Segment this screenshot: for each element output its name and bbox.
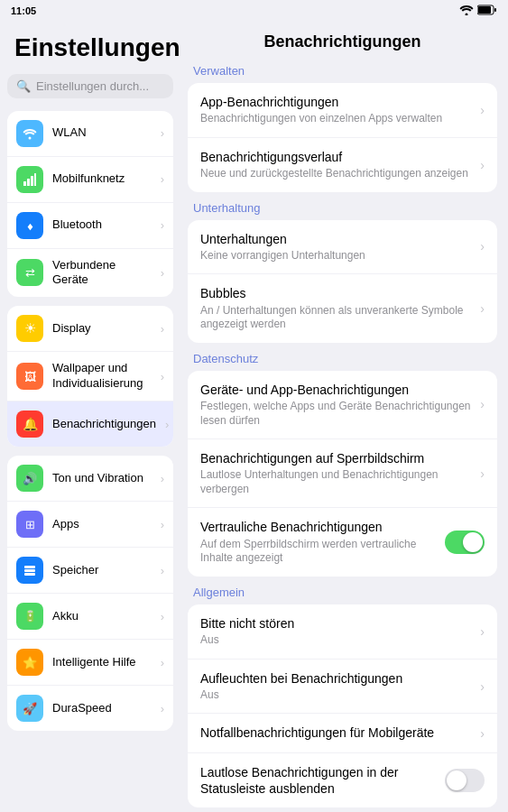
sidebar-item-apps-label: Apps	[52, 517, 152, 532]
card-item-bubbles[interactable]: Bubbles An / Unterhaltungen können als u…	[188, 274, 497, 342]
sidebar-item-wallpaper[interactable]: 🖼 Wallpaper und Individualisierung ›	[7, 352, 173, 401]
wlan-chevron: ›	[161, 126, 164, 140]
card-item-app-benachrichtigungen[interactable]: App-Benachrichtigungen Benachrichtigunge…	[188, 83, 497, 138]
bluetooth-icon: ⬧	[16, 212, 43, 239]
sidebar-item-verbundene[interactable]: ⇄ Verbundene Geräte ›	[7, 249, 173, 298]
sidebar-item-ton-label: Ton und Vibration	[52, 471, 152, 486]
status-icons	[459, 5, 497, 17]
speicher-chevron: ›	[161, 564, 164, 577]
lautlose-toggle[interactable]	[445, 769, 485, 792]
svg-rect-11	[24, 573, 35, 576]
sidebar-title: Einstellungen	[7, 32, 173, 74]
duraspeed-chevron: ›	[161, 702, 164, 715]
sidebar-item-wlan[interactable]: WLAN ›	[7, 111, 173, 157]
sidebar-item-benachrichtigungen[interactable]: 🔔 Benachrichtigungen ›	[7, 401, 173, 447]
card-item-verlauf[interactable]: Benachrichtigungsverlauf Neue und zurück…	[188, 138, 497, 192]
sidebar-item-speicher-label: Speicher	[52, 563, 152, 578]
card-item-geraete[interactable]: Geräte- und App-Benachrichtigungen Festl…	[188, 371, 497, 439]
content-title: Benachrichtigungen	[188, 32, 497, 51]
card-item-unterhaltungen-title: Unterhaltungen	[200, 231, 473, 247]
card-item-verlauf-text: Benachrichtigungsverlauf Neue und zurück…	[200, 149, 473, 181]
content-area: Benachrichtigungen Verwalten App-Benachr…	[180, 22, 508, 812]
apps-icon: ⊞	[16, 511, 43, 538]
search-bar[interactable]: 🔍 Einstellungen durch...	[7, 74, 173, 98]
sidebar-item-duraspeed-label: DuraSpeed	[52, 701, 152, 716]
sidebar-group-2: ☀ Display › 🖼 Wallpaper und Individualis…	[7, 306, 173, 447]
card-item-bitte[interactable]: Bitte nicht stören Aus ›	[188, 604, 497, 660]
benachrichtigungen-icon: 🔔	[16, 411, 43, 438]
sperrbildschirm-chevron: ›	[480, 466, 485, 481]
card-item-geraete-subtitle: Festlegen, welche Apps und Geräte Benach…	[200, 400, 473, 428]
unterhaltungen-chevron: ›	[480, 239, 485, 254]
sidebar-item-ton[interactable]: 🔊 Ton und Vibration ›	[7, 456, 173, 502]
sidebar-item-apps[interactable]: ⊞ Apps ›	[7, 502, 173, 548]
sidebar-item-bluetooth-label: Bluetooth	[52, 217, 152, 233]
card-unterhaltung: Unterhaltungen Keine vorrangigen Unterha…	[188, 220, 497, 343]
ton-chevron: ›	[161, 472, 164, 485]
sidebar-item-mobilfunknetz[interactable]: Mobilfunknetz ›	[7, 157, 173, 203]
svg-rect-2	[478, 6, 491, 14]
card-item-verlauf-title: Benachrichtigungsverlauf	[200, 149, 473, 165]
svg-rect-3	[494, 8, 496, 12]
card-item-bubbles-text: Bubbles An / Unterhaltungen können als u…	[200, 285, 473, 331]
card-item-vertraulich-subtitle: Auf dem Sperrbildschirm werden vertrauli…	[200, 538, 438, 566]
card-item-sperrbildschirm-subtitle: Lautlose Unterhaltungen und Benachrichti…	[200, 468, 473, 496]
card-item-bubbles-subtitle: An / Unterhaltungen können als unveranke…	[200, 304, 473, 332]
sidebar-item-display-label: Display	[52, 321, 152, 337]
card-item-aufleuchten[interactable]: Aufleuchten bei Benachrichtigungen Aus ›	[188, 660, 497, 715]
sidebar-item-duraspeed[interactable]: 🚀 DuraSpeed ›	[7, 686, 173, 731]
duraspeed-icon: 🚀	[16, 695, 43, 722]
bitte-chevron: ›	[480, 624, 485, 639]
sidebar-item-speicher[interactable]: Speicher ›	[7, 548, 173, 594]
card-item-app-text: App-Benachrichtigungen Benachrichtigunge…	[200, 94, 473, 126]
card-item-app-subtitle: Benachrichtigungen von einzelnen Apps ve…	[200, 112, 473, 126]
wifi-status-icon	[459, 5, 474, 17]
sidebar-item-bluetooth[interactable]: ⬧ Bluetooth ›	[7, 203, 173, 249]
card-item-notfall[interactable]: Notfallbenachrichtigungen für Mobilgerät…	[188, 714, 497, 752]
card-item-vertraulich[interactable]: Vertrauliche Benachrichtigungen Auf dem …	[188, 508, 497, 576]
card-item-vertraulich-text: Vertrauliche Benachrichtigungen Auf dem …	[200, 519, 438, 565]
sidebar-item-intelligente-label: Intelligente Hilfe	[52, 655, 152, 670]
battery-status-icon	[477, 5, 497, 17]
sidebar-item-mobilfunknetz-label: Mobilfunknetz	[52, 171, 152, 187]
card-item-sperrbildschirm[interactable]: Benachrichtigungen auf Sperrbildschirm L…	[188, 439, 497, 508]
card-item-sperrbildschirm-title: Benachrichtigungen auf Sperrbildschirm	[200, 450, 473, 466]
sidebar-group-1: WLAN › Mobilfunknetz › ⬧	[7, 111, 173, 298]
svg-rect-10	[24, 569, 35, 572]
speicher-icon	[16, 557, 43, 584]
card-datenschutz: Geräte- und App-Benachrichtigungen Festl…	[188, 371, 497, 577]
intelligente-chevron: ›	[161, 656, 164, 669]
sidebar-item-akku[interactable]: 🔋 Akku ›	[7, 594, 173, 640]
card-item-aufleuchten-title: Aufleuchten bei Benachrichtigungen	[200, 670, 473, 687]
card-item-lautlose[interactable]: Lautlose Benachrichtigungen in der Statu…	[188, 753, 497, 807]
card-item-geraete-title: Geräte- und App-Benachrichtigungen	[200, 382, 473, 398]
card-item-vertraulich-title: Vertrauliche Benachrichtigungen	[200, 519, 438, 535]
status-time: 11:05	[11, 5, 36, 16]
card-item-sperrbildschirm-text: Benachrichtigungen auf Sperrbildschirm L…	[200, 450, 473, 496]
sidebar-item-verbundene-label: Verbundene Geräte	[52, 258, 152, 289]
svg-point-0	[466, 14, 468, 16]
card-item-unterhaltungen[interactable]: Unterhaltungen Keine vorrangigen Unterha…	[188, 220, 497, 275]
geraete-chevron: ›	[480, 397, 485, 411]
wallpaper-icon: 🖼	[16, 363, 43, 390]
card-item-geraete-text: Geräte- und App-Benachrichtigungen Festl…	[200, 382, 473, 428]
sidebar-item-display[interactable]: ☀ Display ›	[7, 306, 173, 352]
verbundene-icon: ⇄	[16, 259, 43, 286]
app-benachrichtigungen-chevron: ›	[480, 103, 485, 117]
vertraulich-toggle[interactable]	[445, 531, 485, 554]
sidebar-item-intelligente[interactable]: ⭐ Intelligente Hilfe ›	[7, 640, 173, 686]
akku-icon: 🔋	[16, 603, 43, 630]
bluetooth-chevron: ›	[161, 218, 164, 232]
card-item-bitte-text: Bitte nicht stören Aus	[200, 615, 473, 648]
card-item-bitte-title: Bitte nicht stören	[200, 615, 473, 632]
sidebar-item-wallpaper-label: Wallpaper und Individualisierung	[52, 361, 152, 392]
wallpaper-chevron: ›	[161, 370, 164, 383]
benachrichtigungen-chevron: ›	[165, 418, 169, 431]
svg-rect-9	[24, 566, 35, 568]
card-item-lautlose-title: Lautlose Benachrichtigungen in der Statu…	[200, 764, 438, 797]
section-verwalten-label: Verwalten	[193, 64, 497, 78]
card-item-unterhaltungen-text: Unterhaltungen Keine vorrangigen Unterha…	[200, 231, 473, 263]
search-placeholder: Einstellungen durch...	[36, 79, 149, 93]
sidebar-item-wlan-label: WLAN	[52, 125, 152, 141]
card-item-aufleuchten-subtitle: Aus	[200, 688, 473, 703]
